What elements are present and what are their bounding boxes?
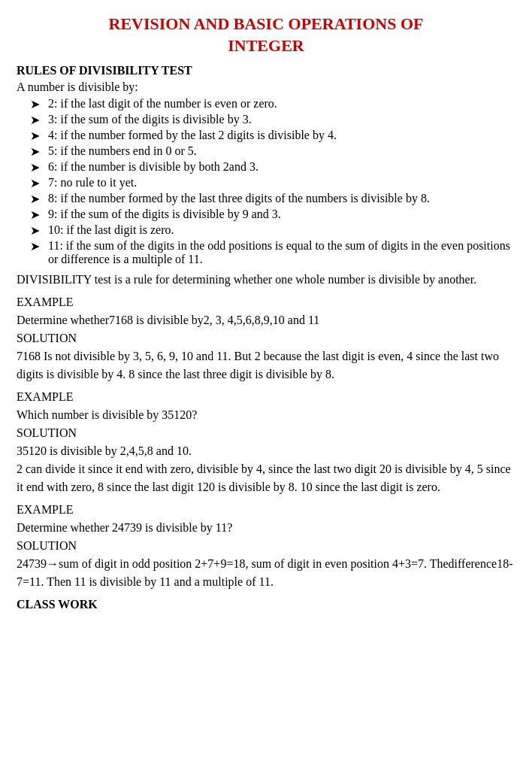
example3-question: Determine whether 24739 is divisible by … — [17, 519, 515, 537]
classwork-label: CLASS WORK — [17, 596, 515, 614]
rule-11: 11: if the sum of the digits in the odd … — [48, 239, 515, 266]
rule-4: 4: if the number formed by the last 2 di… — [48, 129, 337, 142]
example1-question: Determine whether7168 is divisible by2, … — [17, 311, 515, 329]
list-item: ➤7: no rule to it yet. — [30, 176, 515, 190]
list-item: ➤2: if the last digit of the number is e… — [30, 97, 515, 111]
arrow-icon: ➤ — [30, 160, 47, 174]
list-item: ➤11: if the sum of the digits in the odd… — [30, 239, 515, 266]
arrow-icon: ➤ — [30, 192, 47, 206]
example3-label: EXAMPLE — [17, 501, 515, 519]
arrow-icon: ➤ — [30, 239, 47, 253]
arrow-icon: ➤ — [30, 113, 47, 127]
solution2-label: SOLUTION — [17, 424, 515, 442]
title-line2: INTEGER — [228, 36, 304, 55]
rule-9: 9: if the sum of the digits is divisible… — [48, 208, 281, 221]
title-line1: REVISION AND BASIC OPERATIONS OF — [109, 14, 424, 33]
list-item: ➤4: if the number formed by the last 2 d… — [30, 129, 515, 143]
rule-6: 6: if the number is divisible by both 2a… — [48, 160, 258, 174]
solution1-label: SOLUTION — [17, 329, 515, 347]
page-title: REVISION AND BASIC OPERATIONS OF INTEGER — [17, 14, 515, 56]
arrow-icon: ➤ — [30, 223, 47, 238]
arrow-icon: ➤ — [30, 97, 47, 111]
rule-10: 10: if the last digit is zero. — [48, 223, 174, 237]
rule-3: 3: if the sum of the digits is divisible… — [48, 113, 252, 126]
divisibility-def: DIVISIBILITY test is a rule for determin… — [17, 271, 515, 289]
arrow-icon: ➤ — [30, 129, 47, 143]
solution1-text: 7168 Is not divisible by 3, 5, 6, 9, 10 … — [17, 347, 515, 383]
example1-label: EXAMPLE — [17, 293, 515, 311]
example2-question: Which number is divisible by 35120? — [17, 406, 515, 424]
solution3-text: 24739→sum of digit in odd position 2+7+9… — [17, 555, 515, 591]
list-item: ➤9: if the sum of the digits is divisibl… — [30, 208, 515, 222]
content-area: DIVISIBILITY test is a rule for determin… — [17, 271, 515, 614]
rule-7: 7: no rule to it yet. — [48, 176, 137, 189]
list-item: ➤6: if the number is divisible by both 2… — [30, 160, 515, 174]
list-item: ➤8: if the number formed by the last thr… — [30, 192, 515, 206]
rule-5: 5: if the numbers end in 0 or 5. — [48, 144, 197, 158]
list-item: ➤3: if the sum of the digits is divisibl… — [30, 113, 515, 127]
rules-list: ➤2: if the last digit of the number is e… — [30, 97, 515, 266]
section-heading: RULES OF DIVISIBILITY TEST — [17, 64, 515, 77]
list-item: ➤10: if the last digit is zero. — [30, 223, 515, 238]
arrow-icon: ➤ — [30, 144, 47, 159]
solution3-label: SOLUTION — [17, 537, 515, 555]
solution2-line2: 2 can divide it since it end with zero, … — [17, 460, 515, 496]
arrow-icon: ➤ — [30, 208, 47, 222]
rule-2: 2: if the last digit of the number is ev… — [48, 97, 277, 111]
intro-line: A number is divisible by: — [17, 80, 515, 94]
solution2-line1: 35120 is divisible by 2,4,5,8 and 10. — [17, 442, 515, 460]
arrow-icon: ➤ — [30, 176, 47, 190]
rule-8: 8: if the number formed by the last thre… — [48, 192, 430, 205]
list-item: ➤5: if the numbers end in 0 or 5. — [30, 144, 515, 159]
example2-label: EXAMPLE — [17, 388, 515, 406]
